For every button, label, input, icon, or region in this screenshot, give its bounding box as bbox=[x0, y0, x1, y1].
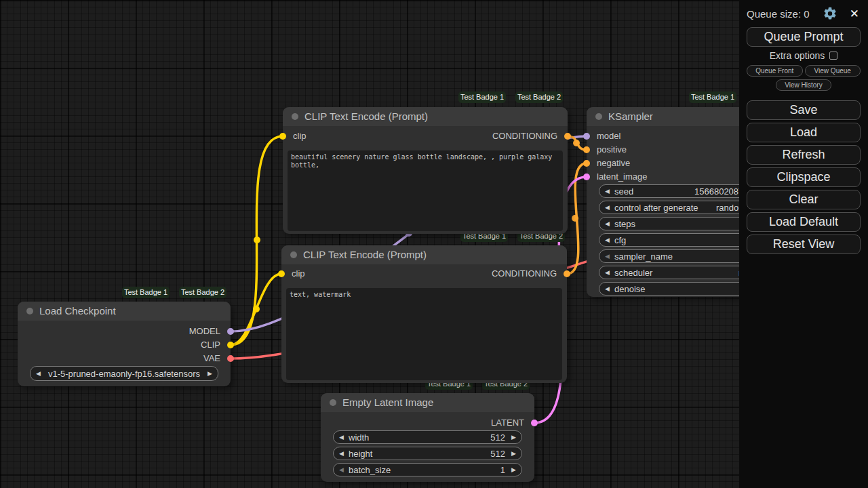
prompt-textarea[interactable]: text, watermark bbox=[286, 288, 562, 380]
slot-dot-latent[interactable] bbox=[531, 420, 538, 426]
comfyui-canvas[interactable]: { "colors": { "clip": "#FFD500", "condit… bbox=[0, 0, 868, 488]
node-clip-text-encode-negative[interactable]: CLIP Text Encode (Prompt) clip CONDITION… bbox=[281, 245, 567, 383]
slot-dot-model[interactable] bbox=[227, 328, 234, 335]
node-empty-latent-image[interactable]: Empty Latent Image LATENT ◀ width 512 ▶ … bbox=[321, 393, 534, 482]
node-title: CLIP Text Encode (Prompt) bbox=[304, 110, 428, 122]
node-title: Empty Latent Image bbox=[342, 396, 433, 408]
slot-label: model bbox=[597, 131, 620, 141]
node-title-bar[interactable]: CLIP Text Encode (Prompt) bbox=[281, 245, 567, 264]
node-title-bar[interactable]: Empty Latent Image bbox=[321, 393, 534, 412]
decrement-arrow-icon[interactable]: ◀ bbox=[605, 185, 610, 198]
settings-gear-icon[interactable] bbox=[823, 6, 837, 21]
output-slot-latent[interactable]: LATENT bbox=[491, 416, 534, 430]
decrement-arrow-icon[interactable]: ◀ bbox=[605, 201, 610, 214]
widget-label: batch_size bbox=[349, 464, 391, 476]
load-default-button[interactable]: Load Default bbox=[747, 212, 861, 232]
view-history-button[interactable]: View History bbox=[776, 79, 831, 91]
node-title-bar[interactable]: Load Checkpoint bbox=[18, 302, 231, 321]
extra-options-label: Extra options bbox=[770, 50, 825, 61]
widget-value: 1566802087 bbox=[694, 185, 743, 198]
widget-ckpt-name[interactable]: ◀ v1-5-pruned-emaonly-fp16.safetensors ▶ bbox=[30, 366, 218, 381]
refresh-button[interactable]: Refresh bbox=[747, 145, 861, 165]
reset-view-button[interactable]: Reset View bbox=[747, 235, 861, 254]
output-slot-vae[interactable]: VAE bbox=[203, 352, 231, 365]
output-slot-clip[interactable]: CLIP bbox=[201, 338, 231, 352]
widget-batch-size[interactable]: ◀ batch_size 1 ▶ bbox=[333, 463, 522, 476]
decrement-arrow-icon[interactable]: ◀ bbox=[605, 250, 610, 263]
extra-options-checkbox[interactable] bbox=[829, 52, 837, 60]
save-button[interactable]: Save bbox=[747, 100, 861, 120]
link-dot bbox=[253, 306, 260, 312]
slot-dot-vae[interactable] bbox=[227, 355, 234, 362]
collapse-dot-icon[interactable] bbox=[290, 251, 297, 258]
node-badge: Test Badge 1 bbox=[458, 92, 506, 103]
slot-dot-positive[interactable] bbox=[583, 146, 590, 153]
slot-label: clip bbox=[292, 268, 305, 279]
widget-label: seed bbox=[614, 185, 633, 198]
slot-dot-clip[interactable] bbox=[278, 270, 285, 277]
widget-label: steps bbox=[614, 218, 635, 230]
queue-size-label: Queue size: 0 bbox=[747, 8, 810, 20]
node-title-bar[interactable]: CLIP Text Encode (Prompt) bbox=[283, 107, 568, 126]
input-slot-latent-image[interactable]: latent_image bbox=[587, 170, 647, 184]
view-queue-button[interactable]: View Queue bbox=[805, 65, 861, 77]
slot-label: latent_image bbox=[597, 171, 647, 182]
slot-dot-latent-image[interactable] bbox=[583, 174, 590, 180]
load-button[interactable]: Load bbox=[747, 123, 861, 142]
input-slot-model[interactable]: model bbox=[587, 129, 620, 143]
slot-dot-clip[interactable] bbox=[279, 133, 286, 140]
node-title: Load Checkpoint bbox=[39, 305, 116, 317]
slot-dot-clip[interactable] bbox=[227, 342, 234, 348]
input-slot-clip[interactable]: clip bbox=[281, 267, 305, 281]
slot-label: positive bbox=[597, 144, 627, 155]
node-load-checkpoint[interactable]: Load Checkpoint MODEL CLIP VAE ◀ v1-5-pr… bbox=[18, 302, 231, 386]
decrement-arrow-icon[interactable]: ◀ bbox=[605, 218, 610, 230]
clipspace-button[interactable]: Clipspace bbox=[747, 167, 861, 187]
prev-option-arrow-icon[interactable]: ◀ bbox=[36, 367, 41, 381]
input-slot-negative[interactable]: negative bbox=[587, 157, 630, 170]
increment-arrow-icon[interactable]: ▶ bbox=[511, 431, 516, 444]
increment-arrow-icon[interactable]: ▶ bbox=[511, 464, 516, 476]
slot-dot-conditioning[interactable] bbox=[564, 270, 570, 277]
widget-label: denoise bbox=[614, 283, 646, 296]
increment-arrow-icon[interactable]: ▶ bbox=[511, 447, 516, 460]
decrement-arrow-icon[interactable]: ◀ bbox=[605, 283, 610, 296]
collapse-dot-icon[interactable] bbox=[26, 308, 33, 314]
node-clip-text-encode-positive[interactable]: CLIP Text Encode (Prompt) clip CONDITION… bbox=[283, 107, 568, 234]
decrement-arrow-icon[interactable]: ◀ bbox=[339, 431, 344, 444]
output-slot-model[interactable]: MODEL bbox=[189, 325, 231, 338]
widget-value: 512 bbox=[490, 447, 505, 460]
widget-width[interactable]: ◀ width 512 ▶ bbox=[333, 430, 522, 444]
prompt-textarea[interactable]: beautiful scenery nature glass bottle la… bbox=[288, 150, 563, 231]
decrement-arrow-icon[interactable]: ◀ bbox=[605, 266, 610, 279]
output-slot-conditioning[interactable]: CONDITIONING bbox=[492, 129, 568, 143]
wire-conditioning-negative bbox=[567, 163, 587, 274]
widget-label: control after generate bbox=[614, 201, 698, 214]
link-dot bbox=[572, 215, 578, 222]
node-badge: Test Badge 1 bbox=[122, 287, 170, 298]
slot-dot-negative[interactable] bbox=[583, 160, 590, 167]
input-slot-positive[interactable]: positive bbox=[587, 143, 627, 157]
widget-value: 1 bbox=[500, 464, 505, 476]
slot-dot-conditioning[interactable] bbox=[564, 133, 571, 140]
clear-button[interactable]: Clear bbox=[747, 190, 861, 209]
collapse-dot-icon[interactable] bbox=[292, 113, 298, 120]
decrement-arrow-icon[interactable]: ◀ bbox=[605, 234, 610, 247]
slot-dot-model[interactable] bbox=[583, 133, 590, 140]
slot-label: CONDITIONING bbox=[492, 131, 557, 141]
output-slot-conditioning[interactable]: CONDITIONING bbox=[492, 267, 567, 281]
input-slot-clip[interactable]: clip bbox=[283, 129, 307, 143]
collapse-dot-icon[interactable] bbox=[595, 113, 602, 120]
next-option-arrow-icon[interactable]: ▶ bbox=[208, 367, 212, 381]
widget-height[interactable]: ◀ height 512 ▶ bbox=[333, 447, 522, 460]
queue-prompt-button[interactable]: Queue Prompt bbox=[747, 27, 861, 47]
node-title: KSampler bbox=[608, 110, 653, 122]
close-icon[interactable]: ✕ bbox=[850, 7, 859, 22]
collapse-dot-icon[interactable] bbox=[330, 399, 336, 406]
widget-label: height bbox=[349, 447, 372, 460]
decrement-arrow-icon[interactable]: ◀ bbox=[339, 447, 344, 460]
node-title: CLIP Text Encode (Prompt) bbox=[303, 249, 427, 260]
decrement-arrow-icon[interactable]: ◀ bbox=[339, 464, 344, 476]
wire-clip-to-negative bbox=[231, 274, 281, 345]
queue-front-button[interactable]: Queue Front bbox=[747, 65, 803, 77]
